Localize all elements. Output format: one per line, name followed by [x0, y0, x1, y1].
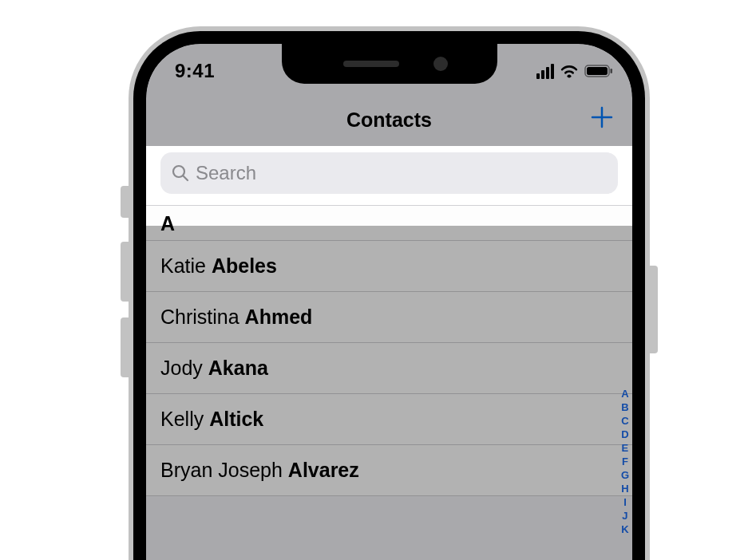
- index-letter[interactable]: A: [621, 387, 628, 400]
- contact-row[interactable]: Christina Ahmed: [146, 292, 632, 343]
- contact-row[interactable]: Katie Abeles: [146, 241, 632, 292]
- front-camera: [433, 57, 448, 71]
- contact-first-name: Jody: [160, 357, 203, 379]
- search-input[interactable]: [196, 162, 607, 184]
- index-letter[interactable]: H: [621, 482, 628, 495]
- contact-first-name: Christina: [160, 306, 239, 328]
- contact-row[interactable]: Kelly Altick: [146, 394, 632, 445]
- contact-first-name: Bryan Joseph: [160, 459, 283, 481]
- contact-last-name: Akana: [208, 357, 268, 379]
- search-bar-container: [146, 146, 632, 205]
- page-title: Contacts: [346, 108, 432, 132]
- index-letter[interactable]: E: [622, 441, 629, 455]
- device-notch: [282, 44, 497, 84]
- battery-icon: [584, 64, 613, 78]
- status-time: 9:41: [175, 60, 215, 82]
- index-letter[interactable]: D: [621, 428, 628, 441]
- plus-icon: [589, 105, 615, 133]
- contact-last-name: Altick: [209, 408, 263, 430]
- contact-first-name: Kelly: [160, 408, 204, 430]
- phone-device-frame: 9:41 Contacts: [129, 26, 650, 560]
- volume-up-button: [121, 242, 129, 302]
- contact-last-name: Ahmed: [245, 306, 313, 328]
- add-contact-button[interactable]: [586, 103, 618, 135]
- navigation-bar: Contacts: [146, 93, 632, 146]
- ringer-switch: [121, 186, 129, 218]
- alphabet-index[interactable]: A B C D E F G H I J K: [621, 387, 629, 536]
- contact-last-name: Abeles: [212, 254, 277, 277]
- contacts-list[interactable]: A Katie Abeles Christina Ahmed Jody Akan…: [146, 205, 632, 496]
- status-right-cluster: [536, 64, 613, 79]
- index-letter[interactable]: F: [622, 455, 628, 468]
- screen: 9:41 Contacts: [146, 44, 632, 560]
- index-letter[interactable]: C: [621, 414, 628, 428]
- search-field[interactable]: [160, 152, 618, 194]
- index-letter[interactable]: G: [621, 468, 629, 482]
- section-header-a: A: [146, 205, 632, 241]
- search-icon: [172, 164, 189, 182]
- volume-down-button: [121, 317, 129, 377]
- contact-last-name: Alvarez: [288, 459, 359, 481]
- cellular-icon: [536, 64, 554, 79]
- index-letter[interactable]: K: [621, 523, 628, 536]
- speaker-grille: [343, 61, 399, 67]
- power-button: [650, 266, 658, 353]
- svg-rect-1: [587, 67, 608, 75]
- svg-line-4: [183, 175, 188, 180]
- contact-first-name: Katie: [160, 254, 206, 277]
- wifi-icon: [560, 64, 579, 78]
- contact-row[interactable]: Bryan Joseph Alvarez: [146, 445, 632, 496]
- index-letter[interactable]: B: [621, 400, 628, 414]
- contact-row[interactable]: Jody Akana: [146, 343, 632, 394]
- svg-rect-2: [611, 69, 613, 73]
- index-letter[interactable]: J: [622, 509, 627, 523]
- index-letter[interactable]: I: [623, 495, 627, 509]
